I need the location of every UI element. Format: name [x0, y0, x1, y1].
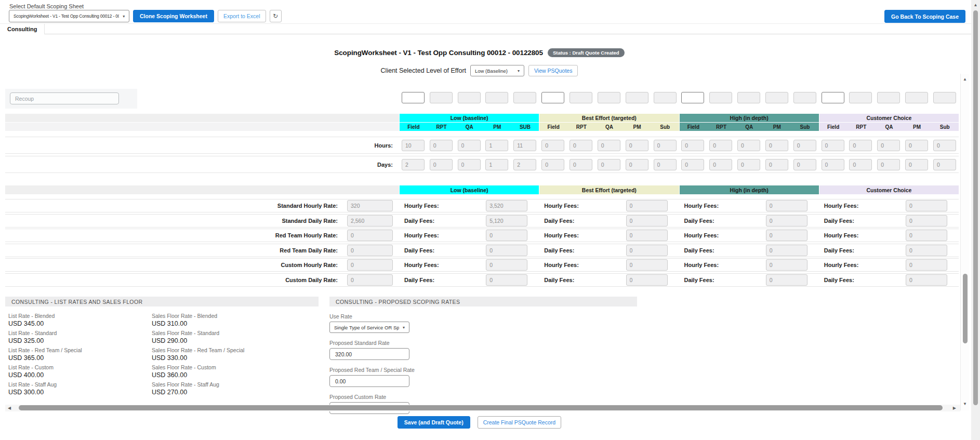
fee-cell-high-in-depth: Daily Fees:: [679, 274, 819, 286]
column-header-best-effort-targeted-qa: QA: [595, 123, 624, 131]
proposed-field-input-proposed-red-team-special-rate[interactable]: [329, 375, 409, 387]
rate-item-label: Sales Floor Rate - Blended: [152, 313, 319, 319]
proposed-field-input-proposed-standard-rate[interactable]: [329, 348, 409, 360]
use-rate-select[interactable]: Single Type of Service OR Split Ra... ▾: [329, 322, 409, 333]
rate-input-standard-hourly-rate: [347, 200, 393, 211]
rate-item-value: USD 330.00: [152, 354, 319, 362]
fee-cell-low-baseline: Daily Fees:: [399, 215, 539, 226]
save-and-draft-quote-button[interactable]: Save (and Draft Quote): [398, 416, 470, 429]
refresh-button[interactable]: ↻: [270, 10, 282, 22]
fee-input-low-baseline-standard-daily-rate: [486, 215, 527, 226]
column-header-low-baseline-pm: PM: [483, 123, 511, 131]
scroll-up-icon[interactable]: ▲: [961, 77, 969, 82]
entry-input-best-effort-targeted-pm: [626, 92, 648, 103]
horizontal-scrollbar[interactable]: ◀ ▶: [5, 405, 960, 411]
effort-grid-banner: Low (baseline)Best Effort (targeted)High…: [5, 114, 959, 122]
use-rate-label: Use Rate: [329, 313, 637, 319]
hours-input-low-baseline-field: [402, 140, 425, 151]
fee-cell-low-baseline: Hourly Fees:: [399, 200, 539, 211]
fee-label: Hourly Fees:: [824, 262, 859, 268]
rate-item-label: List Rate - Custom: [8, 364, 152, 370]
scroll-left-icon[interactable]: ◀: [8, 406, 11, 410]
days-input-low-baseline-rpt: [430, 159, 453, 170]
proposed-rates-panel: CONSULTING - PROPOSED SCOPING RATES Use …: [329, 297, 637, 414]
hours-inputs: [399, 140, 959, 151]
recoup-input[interactable]: [10, 92, 119, 104]
fee-cell-customer-choice: Daily Fees:: [819, 245, 959, 256]
entry-input-low-baseline-field[interactable]: [402, 92, 425, 103]
fee-input-high-in-depth-custom-daily-rate: [766, 274, 807, 286]
rate-label: Custom Hourly Rate:: [5, 262, 343, 268]
view-psquotes-button[interactable]: View PSQuotes: [528, 65, 578, 76]
rate-input-custom-daily-rate: [347, 274, 393, 286]
columns-customer-choice: FieldRPTQAPMSub: [819, 123, 959, 131]
rate-row-custom-daily-rate: Custom Daily Rate:Daily Fees:Daily Fees:…: [5, 273, 959, 287]
chevron-down-icon: ▾: [518, 69, 520, 73]
scroll-down-icon[interactable]: ▼: [961, 402, 969, 406]
entry-input-customer-choice-field[interactable]: [822, 92, 844, 103]
effort-grid-column-headers: FieldRPTQAPMSUBFieldRPTQAPMSubFieldRPTQA…: [5, 123, 959, 131]
fee-label: Daily Fees:: [684, 218, 714, 224]
fee-cell-low-baseline: Hourly Fees:: [399, 259, 539, 271]
banner-left-stripe: [5, 114, 399, 122]
use-rate-value: Single Type of Service OR Split Ra...: [334, 325, 399, 330]
clone-scoping-worksheet-button[interactable]: Clone Scoping Worksheet: [133, 10, 214, 22]
hours-input-low-baseline-rpt: [430, 140, 453, 151]
column-header-low-baseline-sub: SUB: [511, 123, 539, 131]
scroll-right-icon[interactable]: ▶: [953, 406, 956, 410]
fee-cell-best-effort-targeted: Daily Fees:: [539, 245, 679, 256]
days-row: Days:: [5, 156, 959, 173]
refresh-icon: ↻: [273, 12, 278, 20]
entry-input-customer-choice-sub: [933, 92, 956, 103]
toolbar-controls: ScopingWorksheet - V1 - Test Opp Consult…: [9, 10, 282, 22]
fee-input-best-effort-targeted-red-team-hourly-rate: [626, 230, 668, 241]
columns-high-in-depth: FieldRPTQAPMSub: [680, 123, 819, 131]
horizontal-scrollbar-thumb[interactable]: [19, 405, 943, 410]
days-input-high-in-depth-field: [681, 159, 704, 170]
create-final-psquote-record-button[interactable]: Create Final PSQuote Record: [478, 416, 561, 429]
days-input-low-baseline-qa: [458, 159, 481, 170]
fee-input-high-in-depth-custom-hourly-rate: [766, 259, 807, 271]
worksheet-content: ScopingWorksheet - V1 - Test Opp Consult…: [0, 35, 980, 440]
entry-input-low-baseline-pm: [485, 92, 508, 103]
rate-input-custom-hourly-rate: [347, 259, 393, 271]
entry-input-best-effort-targeted-rpt: [570, 92, 592, 103]
fee-input-low-baseline-standard-hourly-rate: [486, 200, 527, 211]
column-header-best-effort-targeted-field: Field: [539, 123, 567, 131]
hours-input-high-in-depth-field: [681, 140, 704, 151]
column-header-customer-choice-pm: PM: [903, 123, 931, 131]
page-title: ScopingWorksheet - V1 - Test Opp Consult…: [334, 49, 543, 57]
fee-input-customer-choice-custom-daily-rate: [906, 274, 947, 286]
inner-vertical-scrollbar-thumb[interactable]: [963, 274, 968, 343]
rate-row-custom-hourly-rate: Custom Hourly Rate:Hourly Fees:Hourly Fe…: [5, 258, 959, 272]
default-scoping-sheet-select[interactable]: ScopingWorksheet - V1 - Test Opp Consult…: [9, 10, 129, 22]
go-back-to-scoping-case-button[interactable]: Go Back To Scoping Case: [884, 10, 965, 23]
fee-label: Hourly Fees:: [404, 203, 439, 209]
browser-vertical-scrollbar-thumb[interactable]: [973, 10, 978, 405]
entry-input-best-effort-targeted-field[interactable]: [541, 92, 564, 103]
tab-consulting[interactable]: Consulting: [0, 24, 45, 34]
proposed-rates-panel-header: CONSULTING - PROPOSED SCOPING RATES: [329, 297, 637, 306]
sales-floor-rates-column: Sales Floor Rate - BlendedUSD 310.00Sale…: [152, 313, 319, 398]
effort-banner-low-baseline: Low (baseline): [400, 114, 539, 122]
fee-input-best-effort-targeted-red-team-daily-rate: [626, 245, 668, 256]
fee-cell-customer-choice: Hourly Fees:: [819, 259, 959, 271]
days-input-low-baseline-pm: [485, 159, 508, 170]
rate-input-red-team-daily-rate: [347, 245, 393, 256]
rate-row-standard-daily-rate: Standard Daily Rate:Daily Fees:Daily Fee…: [5, 214, 959, 228]
fee-label: Daily Fees:: [824, 247, 854, 254]
level-of-effort-select[interactable]: Low (Baseline) ▾: [470, 65, 524, 76]
entry-input-high-in-depth-field[interactable]: [681, 92, 704, 103]
scroll-up-icon[interactable]: ▲: [971, 3, 980, 7]
rate-item-list-rate-red-team-special: List Rate - Red Team / SpecialUSD 365.00: [8, 347, 152, 360]
browser-vertical-scrollbar[interactable]: ▲: [971, 0, 980, 440]
fee-cell-best-effort-targeted: Daily Fees:: [539, 215, 679, 226]
rate-item-sales-floor-rate-red-team-special: Sales Floor Rate - Red Team / SpecialUSD…: [152, 347, 319, 360]
rate-item-label: Sales Floor Rate - Custom: [152, 364, 319, 370]
inner-vertical-scrollbar[interactable]: ▲ ▼: [960, 74, 969, 410]
rate-item-value: USD 290.00: [152, 337, 319, 344]
fee-cell-best-effort-targeted: Hourly Fees:: [539, 259, 679, 271]
export-to-excel-button[interactable]: Export to Excel: [218, 10, 266, 22]
column-header-high-in-depth-field: Field: [680, 123, 708, 131]
entry-input-low-baseline-rpt: [430, 92, 453, 103]
